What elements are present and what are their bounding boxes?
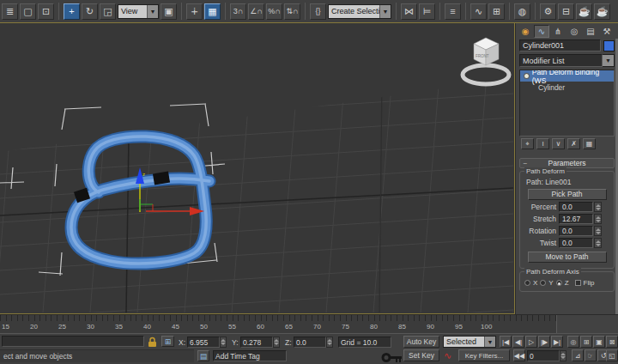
z-coord-input[interactable]: 0.0 <box>294 337 326 348</box>
viewcube[interactable]: FRONT <box>463 38 509 84</box>
twist-input[interactable]: 0.0 <box>559 238 593 248</box>
tab-display[interactable]: ▤ <box>583 25 598 38</box>
go-to-start-button[interactable]: |◀ <box>500 336 512 348</box>
render-setup-button[interactable]: ⚙ <box>540 3 556 20</box>
object-name-field[interactable]: Cylinder001 <box>519 39 601 52</box>
lock-selection-icon[interactable] <box>148 337 157 348</box>
viewcube-face-label[interactable]: FRONT <box>476 54 489 58</box>
chevron-down-icon[interactable]: ▼ <box>379 5 391 18</box>
viewcube-compass-ring[interactable] <box>463 65 509 84</box>
previous-frame-button[interactable]: ◀| <box>512 336 524 348</box>
material-editor-button[interactable]: ◍ <box>514 3 530 20</box>
zoom-extents-all-icon[interactable]: ⊠ <box>606 336 618 348</box>
chevron-down-icon[interactable]: ▼ <box>603 54 615 67</box>
tab-motion[interactable]: ◎ <box>566 25 582 38</box>
select-and-move-button[interactable]: + <box>64 3 80 20</box>
object-color-swatch[interactable] <box>603 40 615 52</box>
y-coord-input[interactable]: 0.278 <box>240 337 273 348</box>
percent-snap-toggle-icon[interactable]: %∩ <box>266 3 282 20</box>
selection-filter-dropdown[interactable]: Selected ▼ <box>443 336 496 348</box>
zoom-icon[interactable]: ◎ <box>567 336 579 348</box>
rotation-input[interactable]: 0.0 <box>559 226 593 236</box>
modifier-list-dropdown[interactable]: Modifier List <box>519 54 603 67</box>
zoom-extents-icon[interactable]: ▣ <box>593 336 605 348</box>
modifier-enabled-bulb-icon[interactable] <box>524 73 530 79</box>
axis-z-radio[interactable] <box>556 280 562 286</box>
spinner-snap-toggle-icon[interactable]: ⇅∩ <box>284 3 300 20</box>
z-coord-spinner[interactable] <box>326 337 333 348</box>
align-button[interactable]: ⊨ <box>419 3 435 20</box>
zoom-region-icon[interactable]: ⊿ <box>572 349 584 361</box>
render-production-button[interactable]: ☕ <box>576 3 592 20</box>
axis-y-radio[interactable] <box>540 280 546 286</box>
window-crossing-icon[interactable]: ⊡ <box>38 3 54 20</box>
pin-stack-button[interactable]: ⌖ <box>521 138 534 149</box>
auto-key-button[interactable]: Auto Key <box>403 336 439 348</box>
x-coord-spinner[interactable] <box>220 337 227 348</box>
frame-spinner[interactable] <box>560 350 566 361</box>
remove-modifier-button[interactable]: ✗ <box>567 138 580 149</box>
next-frame-button[interactable]: |▶ <box>538 336 550 348</box>
play-button[interactable]: ▷ <box>525 336 537 348</box>
collapse-icon[interactable]: − <box>520 159 530 167</box>
pan-icon[interactable]: ☞ <box>585 349 597 361</box>
key-mode-toggle[interactable]: ◀◀ <box>513 349 525 361</box>
viewport-canvas[interactable]: z FRONT <box>0 23 513 312</box>
rectangular-selection-region-icon[interactable]: ▢ <box>20 3 36 20</box>
edit-named-selection-sets-button[interactable]: {} <box>310 3 326 20</box>
render-iterative-button[interactable]: ☕ <box>594 3 610 20</box>
layer-manager-button[interactable]: ≡ <box>445 3 461 20</box>
curve-editor-button[interactable]: ∿ <box>470 3 487 20</box>
default-key-tangent-icon[interactable]: ∿ <box>444 350 451 361</box>
select-and-rotate-button[interactable]: ↻ <box>82 3 98 20</box>
tab-hierarchy[interactable]: ⋔ <box>550 25 566 38</box>
tab-modify[interactable]: ∿ <box>534 25 549 38</box>
rendered-frame-window-button[interactable]: ⊟ <box>558 3 574 20</box>
time-tag-icon[interactable]: ▤ <box>197 350 209 361</box>
stretch-spinner[interactable] <box>594 214 602 224</box>
percent-input[interactable]: 0.0 <box>559 202 593 212</box>
use-pivot-center-button[interactable]: ▣ <box>161 3 177 20</box>
maximize-viewport-icon[interactable]: ◱ <box>606 349 618 361</box>
move-to-path-button[interactable]: Move to Path <box>528 252 607 263</box>
flip-checkbox[interactable] <box>575 280 581 286</box>
x-coord-input[interactable]: 6.955 <box>187 337 220 348</box>
axis-x-radio[interactable] <box>524 280 530 286</box>
pick-path-button[interactable]: Pick Path <box>528 189 607 200</box>
key-filters-button[interactable]: Key Filters... <box>458 349 510 361</box>
snaps-toggle-icon[interactable]: 3∩ <box>230 3 246 20</box>
perspective-viewport[interactable]: z FRONT <box>0 23 515 314</box>
absolute-mode-icon[interactable]: ⊞ <box>161 336 174 347</box>
percent-spinner[interactable] <box>594 202 602 212</box>
reference-coordinate-system-dropdown[interactable]: View ▼ <box>118 4 159 19</box>
tick-label: 85 <box>398 323 406 331</box>
modifier-stack-item-path-deform[interactable]: Path Deform Binding (WS <box>520 70 614 82</box>
y-coord-spinner[interactable] <box>273 337 280 348</box>
zoom-all-icon[interactable]: ⊞ <box>580 336 592 348</box>
named-selection-set-dropdown[interactable]: Create Selection Se ▼ <box>328 4 391 19</box>
tab-utilities[interactable]: ⚒ <box>599 25 615 38</box>
grid-y-axis-line <box>126 78 130 312</box>
mirror-button[interactable]: ⋈ <box>401 3 417 20</box>
select-and-scale-button[interactable]: ◲ <box>100 3 116 20</box>
select-and-manipulate-button[interactable]: ∔ <box>186 3 203 20</box>
twist-spinner[interactable] <box>594 238 602 248</box>
configure-modifier-sets-button[interactable]: ▦ <box>583 138 596 149</box>
chevron-down-icon[interactable]: ▼ <box>147 5 158 18</box>
angle-snap-toggle-icon[interactable]: ∠∩ <box>248 3 264 20</box>
show-end-result-button[interactable]: I <box>536 138 549 149</box>
add-time-tag-field[interactable]: Add Time Tag <box>213 350 287 361</box>
set-key-button[interactable]: Set Key <box>403 349 439 361</box>
current-frame-input[interactable]: 0 <box>527 350 560 361</box>
time-ruler[interactable]: 15 20 25 30 35 40 45 50 55 60 65 70 75 8… <box>0 315 556 334</box>
keyboard-shortcut-override-toggle[interactable]: ▦ <box>204 3 221 20</box>
chevron-down-icon[interactable]: ▼ <box>484 337 495 347</box>
make-unique-button[interactable]: ∨ <box>552 138 565 149</box>
tick-label: 75 <box>342 323 349 331</box>
stretch-input[interactable]: 12.67 <box>559 214 593 224</box>
tab-create[interactable]: ◉ <box>518 25 533 38</box>
rotation-spinner[interactable] <box>594 226 602 236</box>
go-to-end-button[interactable]: ▶| <box>551 336 563 348</box>
select-by-name-icon[interactable]: ≣ <box>2 3 18 20</box>
schematic-view-button[interactable]: ⊞ <box>488 3 505 20</box>
